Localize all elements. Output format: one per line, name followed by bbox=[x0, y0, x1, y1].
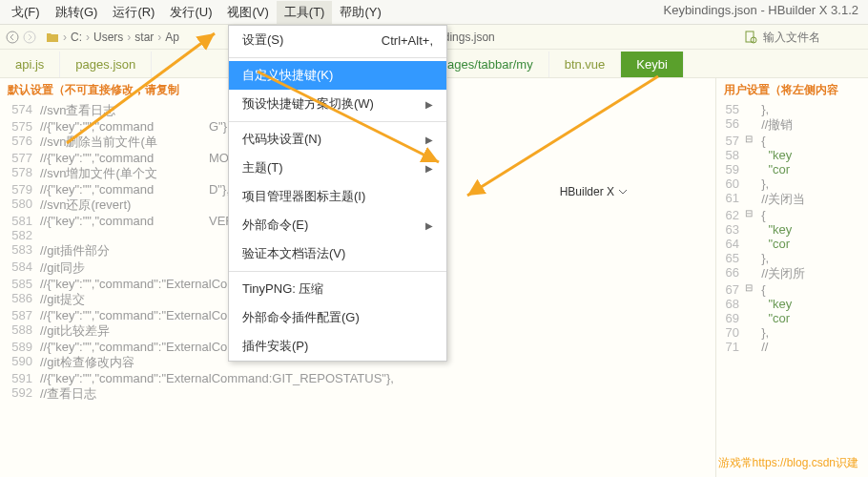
code-line[interactable]: 58 "key bbox=[716, 148, 868, 162]
code-line[interactable]: 591//{"key":"","command":"ExternalComman… bbox=[0, 371, 715, 385]
code-line[interactable]: 61 //关闭当 bbox=[716, 191, 868, 208]
code-line[interactable]: 66 //关闭所 bbox=[716, 265, 868, 282]
chevron-down-icon bbox=[618, 189, 628, 195]
menu-item[interactable]: 代码块设置(N)▶ bbox=[229, 125, 446, 154]
menu-item[interactable]: 设置(S)Ctrl+Alt+, bbox=[229, 26, 446, 54]
menu-separator bbox=[229, 271, 446, 272]
menu-item[interactable]: 外部命令(E)▶ bbox=[229, 211, 446, 239]
menu-goto[interactable]: 跳转(G) bbox=[48, 1, 106, 24]
menu-release[interactable]: 发行(U) bbox=[162, 1, 219, 24]
menu-item[interactable]: 主题(T)▶ bbox=[229, 154, 446, 182]
code-line[interactable]: 59 "cor bbox=[716, 162, 868, 176]
code-line[interactable]: 65 }, bbox=[716, 251, 868, 265]
menu-file[interactable]: 戈(F) bbox=[4, 1, 48, 24]
code-line[interactable]: 57⊟ { bbox=[716, 134, 868, 148]
code-line[interactable]: 63 "key bbox=[716, 222, 868, 237]
menu-item[interactable]: 自定义快捷键(K) bbox=[229, 61, 446, 90]
tab-pages[interactable]: pages.json bbox=[60, 52, 152, 77]
watermark: 游戏常https://blog.csdn识建 bbox=[718, 455, 858, 471]
code-line[interactable]: 64 "cor bbox=[716, 237, 868, 251]
menu-item[interactable]: 插件安装(P) bbox=[229, 332, 446, 361]
menu-item[interactable]: 预设快捷键方案切换(W)▶ bbox=[229, 90, 446, 118]
menu-item[interactable]: 验证本文档语法(V) bbox=[229, 239, 446, 268]
search-file-icon[interactable] bbox=[744, 31, 757, 44]
svg-point-1 bbox=[24, 31, 35, 43]
svg-point-0 bbox=[7, 31, 18, 43]
menu-item[interactable]: 外部命令插件配置(G) bbox=[229, 303, 446, 332]
code-line[interactable]: 62⊟ { bbox=[716, 208, 868, 222]
code-line[interactable]: 55 }, bbox=[716, 102, 868, 116]
code-line[interactable]: 60 }, bbox=[716, 176, 868, 191]
menu-tools[interactable]: 工具(T) bbox=[277, 1, 333, 24]
window-title: Keybindings.json - HBuilder X 3.1.2 bbox=[663, 3, 858, 17]
code-line[interactable]: 69 "cor bbox=[716, 311, 868, 325]
menu-item[interactable]: TinyPNG: 压缩 bbox=[229, 275, 446, 303]
menu-view[interactable]: 视图(V) bbox=[219, 1, 276, 24]
folder-icon bbox=[46, 31, 59, 43]
back-icon[interactable] bbox=[6, 31, 19, 44]
code-line[interactable]: 70 }, bbox=[716, 325, 868, 340]
code-line[interactable]: 71 // bbox=[716, 340, 868, 354]
tools-menu-popup: 设置(S)Ctrl+Alt+,自定义快捷键(K)预设快捷键方案切换(W)▶代码块… bbox=[228, 25, 447, 362]
scheme-dropdown[interactable]: HBuilder X bbox=[560, 185, 628, 198]
code-line[interactable]: 67⊟ { bbox=[716, 282, 868, 297]
svg-rect-2 bbox=[746, 31, 754, 42]
menu-separator bbox=[229, 121, 446, 122]
tab-api[interactable]: api.js bbox=[0, 52, 60, 77]
tab-btnvue[interactable]: btn.vue bbox=[549, 52, 622, 77]
user-settings-pane: 用户设置（将左侧内容 55 },56 //撤销57⊟ {58 "key59 "c… bbox=[715, 78, 868, 477]
code-line[interactable]: 56 //撤销 bbox=[716, 116, 868, 134]
menu-help[interactable]: 帮助(Y) bbox=[332, 1, 388, 24]
menu-item[interactable]: 项目管理器图标主题(I) bbox=[229, 182, 446, 211]
menubar: 戈(F) 跳转(G) 运行(R) 发行(U) 视图(V) 工具(T) 帮助(Y)… bbox=[0, 0, 868, 25]
forward-icon[interactable] bbox=[23, 31, 36, 44]
user-settings-header: 用户设置（将左侧内容 bbox=[716, 78, 868, 102]
code-line[interactable]: 68 "key bbox=[716, 297, 868, 311]
menu-separator bbox=[229, 57, 446, 58]
tab-keybindings[interactable]: Keybi bbox=[621, 52, 684, 77]
menu-run[interactable]: 运行(R) bbox=[105, 1, 162, 24]
search-input[interactable] bbox=[763, 31, 858, 44]
code-line[interactable]: 592//查看日志 bbox=[0, 385, 715, 403]
